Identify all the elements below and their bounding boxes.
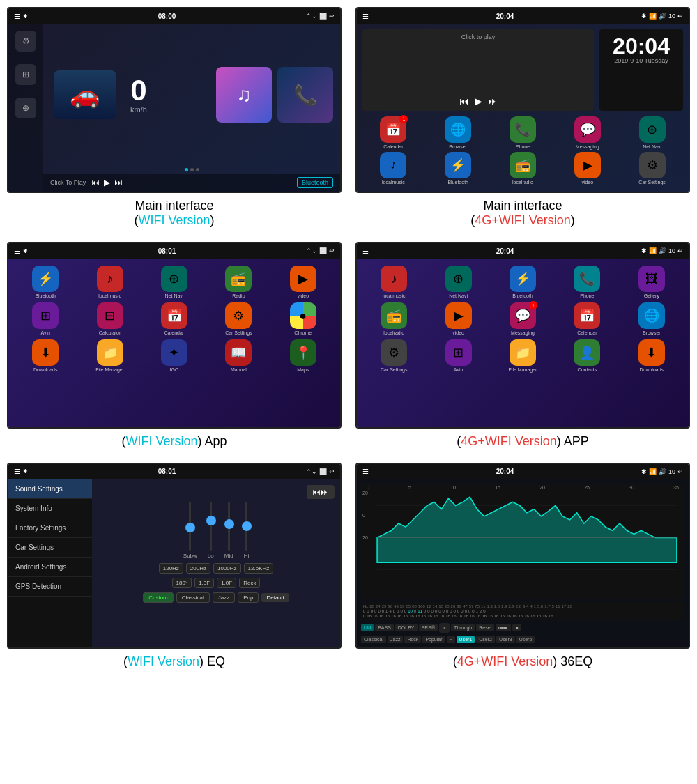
eq36-preset-user3[interactable]: User3 — [496, 636, 515, 643]
slider-thumb-lo[interactable] — [206, 516, 216, 525]
slider-thumb-mid[interactable] — [224, 519, 234, 529]
preset-default[interactable]: Default — [261, 593, 289, 602]
eq36-preset-user1[interactable]: User1 — [457, 636, 475, 643]
eq-icon-btn[interactable]: ⏮⏭ — [307, 485, 335, 499]
app-icon-video[interactable]: ▶ — [574, 152, 601, 178]
eq36-preset-popular[interactable]: Popular — [422, 636, 445, 643]
app-wifi-icon-maps[interactable]: 📍 — [290, 339, 316, 366]
app-4g-icon-downloads[interactable]: ⬇ — [638, 339, 665, 366]
slider-track-hi[interactable] — [245, 502, 247, 551]
eq36-preset-user2[interactable]: User2 — [476, 636, 495, 643]
settings-sound[interactable]: Sound Settings — [8, 479, 92, 499]
app-4g-icon-gallery[interactable]: 🖼 — [638, 266, 665, 292]
freq-1000hz[interactable]: 1000Hz — [213, 563, 241, 574]
prev-btn[interactable]: ⏮ — [91, 178, 100, 187]
preset-jazz[interactable]: Jazz — [213, 592, 235, 603]
app-wifi-icon-chrome[interactable]: ● — [290, 302, 316, 329]
eq36-btn-srs[interactable]: SRS® — [419, 624, 438, 631]
app-wifi-localmusic: ♪ localmusic — [79, 266, 139, 298]
settings-factory[interactable]: Factory Settings — [8, 518, 92, 538]
app-icon-calendar[interactable]: 📅1 — [380, 116, 406, 143]
app-wifi-icon-manual[interactable]: 📖 — [225, 339, 252, 366]
freq-200hz[interactable]: 200Hz — [186, 563, 210, 574]
app-4g-icon-netnavi[interactable]: ⊕ — [445, 266, 472, 292]
app-wifi-icon-downloads[interactable]: ⬇ — [32, 339, 59, 366]
app-wifi-icon-carsettings[interactable]: ⚙ — [225, 302, 252, 329]
slider-track-subw[interactable] — [189, 502, 191, 551]
eq36-btn-uu[interactable]: UU — [361, 624, 374, 631]
app-4g-icon-phone[interactable]: 📞 — [574, 266, 600, 292]
phone-card[interactable]: 📞 — [277, 67, 333, 123]
settings-sysinfo[interactable]: System Info — [8, 499, 92, 518]
app-wifi-icon-calc[interactable]: ⊟ — [97, 302, 123, 329]
app-4g-icon-filemanager[interactable]: 📁 — [510, 339, 536, 366]
app-wifi-icon-bt[interactable]: ⚡ — [32, 266, 59, 292]
eq36-preset-jazz[interactable]: Jazz — [388, 636, 403, 643]
eq36-btn-reset[interactable]: Reset — [476, 624, 494, 631]
app-icon-phone[interactable]: 📞 — [510, 116, 536, 143]
freq-rock[interactable]: Rock — [239, 578, 260, 588]
slider-thumb-subw[interactable] — [185, 523, 195, 532]
app-4g-icon-avin[interactable]: ⊞ — [445, 339, 472, 366]
eq36-preset-classical[interactable]: Classical — [361, 636, 386, 643]
slider-track-mid[interactable] — [228, 502, 230, 551]
app-icon-bt[interactable]: ⚡ — [445, 152, 471, 178]
app-4g-icon-browser[interactable]: 🌐 — [638, 302, 665, 329]
app-wifi-icon-localmusic[interactable]: ♪ — [97, 266, 123, 292]
preset-pop[interactable]: Pop — [238, 592, 259, 603]
nav-icon-side[interactable]: ⊕ — [15, 98, 36, 118]
settings-car[interactable]: Car Settings — [8, 538, 92, 558]
play-btn[interactable]: ▶ — [104, 178, 110, 187]
app-wifi-icon-netnavi[interactable]: ⊕ — [161, 266, 187, 292]
app-icon-browser[interactable]: 🌐 — [445, 116, 471, 143]
freq-125khz[interactable]: 12.5KHz — [244, 563, 274, 574]
settings-gps[interactable]: GPS Detection — [8, 577, 92, 597]
app-4g-icon-carsettings[interactable]: ⚙ — [381, 339, 407, 366]
eq36-preset-rock[interactable]: Rock — [404, 636, 421, 643]
next-btn-4g[interactable]: ⏭ — [488, 95, 498, 107]
app-wifi-icon-calendar[interactable]: 📅 — [161, 302, 187, 329]
app-4g-icon-calendar[interactable]: 📅 — [574, 302, 600, 329]
freq-1f-1[interactable]: 1.0F — [194, 578, 214, 588]
app-4g-icon-localmusic[interactable]: ♪ — [381, 266, 407, 292]
eq36-btn-bass[interactable]: BASS — [375, 624, 394, 631]
app-wifi-icon-video[interactable]: ▶ — [290, 266, 316, 292]
app-icon-localmusic[interactable]: ♪ — [380, 152, 406, 178]
dot-2 — [190, 168, 194, 171]
app-icon-netnavi[interactable]: ⊕ — [639, 116, 666, 143]
click-to-play-4g: Click to play — [461, 33, 496, 40]
prev-btn-4g[interactable]: ⏮ — [459, 95, 469, 107]
eq36-btn-dolby[interactable]: DOLBY — [395, 624, 418, 631]
slider-track-lo[interactable] — [210, 502, 212, 551]
music-card[interactable]: ♫ — [216, 67, 272, 123]
eq36-btn-prevnext[interactable]: ⏮⏭ — [496, 624, 511, 631]
play-btn-4g[interactable]: ▶ — [475, 95, 482, 107]
app-4g-icon-bt[interactable]: ⚡ — [510, 266, 536, 292]
app-4g-icon-contacts[interactable]: 👤 — [574, 339, 600, 366]
eq36-btn-minus[interactable]: − — [447, 636, 455, 643]
app-wifi-icon-radio[interactable]: 📻 — [225, 266, 252, 292]
app-icon-carsettings[interactable]: ⚙ — [639, 152, 666, 178]
app-icon-localradio[interactable]: 📻 — [510, 152, 536, 178]
eq36-btn-circle[interactable]: ● — [512, 624, 521, 631]
settings-icon-side[interactable]: ⚙ — [15, 31, 36, 52]
eq36-btn-plus[interactable]: ＋ — [439, 623, 450, 633]
app-wifi-icon-avin[interactable]: ⊞ — [32, 302, 59, 329]
preset-classical[interactable]: Classical — [176, 592, 210, 603]
freq-phase[interactable]: 180° — [172, 578, 192, 588]
freq-120hz[interactable]: 120Hz — [159, 563, 183, 574]
slider-thumb-hi[interactable] — [242, 521, 252, 531]
preset-custom[interactable]: Custom — [143, 592, 174, 603]
eq36-preset-user5[interactable]: User5 — [516, 636, 535, 643]
eq36-btn-through[interactable]: Through — [451, 624, 475, 631]
app-wifi-icon-filemanager[interactable]: 📁 — [97, 339, 123, 366]
app-wifi-icon-igo[interactable]: ✦ — [161, 339, 187, 366]
next-btn[interactable]: ⏭ — [114, 178, 123, 187]
grid-icon-side[interactable]: ⊞ — [15, 64, 36, 85]
freq-1f-2[interactable]: 1.0F — [217, 578, 236, 588]
settings-android[interactable]: Android Settings — [8, 558, 92, 577]
app-icon-messaging[interactable]: 💬 — [574, 116, 601, 143]
app-4g-icon-messaging[interactable]: 💬 1 — [510, 302, 536, 329]
app-4g-icon-video[interactable]: ▶ — [445, 302, 472, 329]
app-4g-icon-localradio[interactable]: 📻 — [381, 302, 407, 329]
